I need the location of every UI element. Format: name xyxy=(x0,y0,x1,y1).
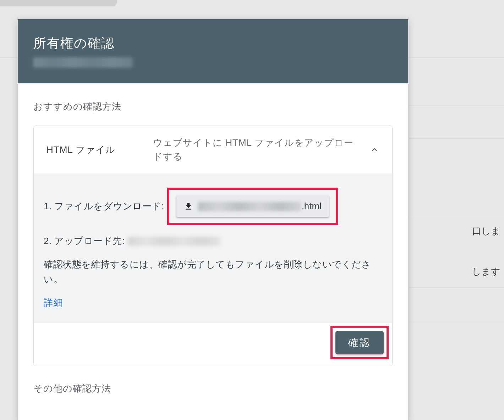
download-icon xyxy=(184,202,193,211)
html-file-method-card: HTML ファイル ウェブサイトに HTML ファイルをアップロードする 1. … xyxy=(33,126,393,366)
background-text-fragment: 口しま xyxy=(472,225,500,237)
background-tab-bar xyxy=(0,0,117,6)
details-link[interactable]: 詳細 xyxy=(44,297,64,308)
download-file-extension: .html xyxy=(302,201,322,212)
background-divider xyxy=(408,287,504,288)
background-divider xyxy=(408,323,504,323)
chevron-up-icon xyxy=(369,145,379,155)
upload-destination-redacted xyxy=(128,237,220,246)
download-filename-redacted xyxy=(198,202,301,211)
dialog-header: 所有権の確認 xyxy=(18,19,408,83)
dialog-subtitle-redacted xyxy=(33,57,133,68)
ownership-verification-dialog: 所有権の確認 おすすめの確認方法 HTML ファイル ウェブサイトに HTML … xyxy=(18,19,408,420)
maintenance-note: 確認状態を維持するには、確認が完了してもファイルを削除しないでください。 xyxy=(44,257,382,287)
step-2-row: 2. アップロード先: xyxy=(44,235,382,247)
step-2-label: 2. アップロード先: xyxy=(44,235,125,247)
confirm-highlight-box: 確認 xyxy=(330,326,389,359)
background-divider xyxy=(408,106,504,106)
step-1-label: 1. ファイルをダウンロード: xyxy=(44,200,164,212)
dialog-title: 所有権の確認 xyxy=(33,35,393,52)
background-text-fragment: します xyxy=(472,265,500,278)
download-file-button[interactable]: .html xyxy=(176,195,329,217)
confirm-button[interactable]: 確認 xyxy=(335,331,384,354)
recommended-methods-title: おすすめの確認方法 xyxy=(33,100,393,113)
step-1-row: 1. ファイルをダウンロード: .html xyxy=(44,188,382,225)
card-content: 1. ファイルをダウンロード: .html 2. アップロード先: xyxy=(34,173,392,323)
background-divider xyxy=(408,138,504,139)
other-methods-title: その他の確認方法 xyxy=(33,382,393,395)
dialog-body: おすすめの確認方法 HTML ファイル ウェブサイトに HTML ファイルをアッ… xyxy=(18,83,408,420)
other-methods-section: その他の確認方法 xyxy=(33,382,393,395)
download-highlight-box: .html xyxy=(167,188,338,225)
card-header[interactable]: HTML ファイル ウェブサイトに HTML ファイルをアップロードする xyxy=(34,126,392,173)
method-description: ウェブサイトに HTML ファイルをアップロードする xyxy=(153,136,369,164)
card-footer: 確認 xyxy=(34,323,392,366)
background-divider xyxy=(408,216,504,216)
method-name: HTML ファイル xyxy=(46,144,115,155)
method-name-container: HTML ファイル xyxy=(46,144,153,156)
